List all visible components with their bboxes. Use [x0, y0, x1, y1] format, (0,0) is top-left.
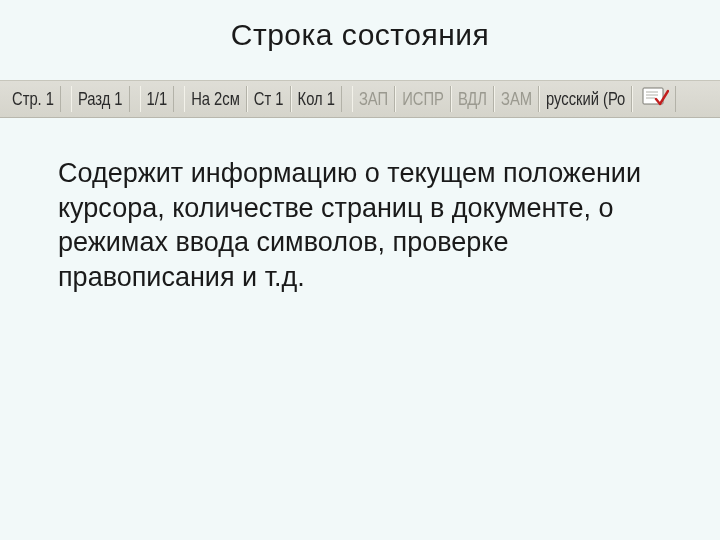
status-ovr: ЗАМ: [494, 86, 539, 112]
status-page: Стр. 1: [6, 86, 61, 112]
status-rec: ЗАП: [352, 86, 395, 112]
status-trk: ИСПР: [395, 86, 451, 112]
status-lang: русский (Ро: [539, 86, 632, 112]
slide-body: Содержит информацию о текущем положении …: [58, 156, 662, 294]
status-section: Разд 1: [71, 86, 130, 112]
svg-rect-0: [643, 88, 663, 104]
spellcheck-icon: [641, 86, 669, 108]
status-line: Ст 1: [247, 86, 291, 112]
status-col: Кол 1: [291, 86, 342, 112]
status-at: На 2см: [184, 86, 247, 112]
slide: Строка состояния Стр. 1 Разд 1 1/1 На 2с…: [0, 0, 720, 540]
statusbar-image: Стр. 1 Разд 1 1/1 На 2см Ст 1 Кол 1 ЗАП …: [0, 80, 720, 118]
word-statusbar: Стр. 1 Разд 1 1/1 На 2см Ст 1 Кол 1 ЗАП …: [0, 80, 720, 118]
slide-title: Строка состояния: [0, 0, 720, 52]
status-spellcheck: [632, 86, 676, 112]
status-pages: 1/1: [140, 86, 175, 112]
status-ext: ВДЛ: [451, 86, 494, 112]
